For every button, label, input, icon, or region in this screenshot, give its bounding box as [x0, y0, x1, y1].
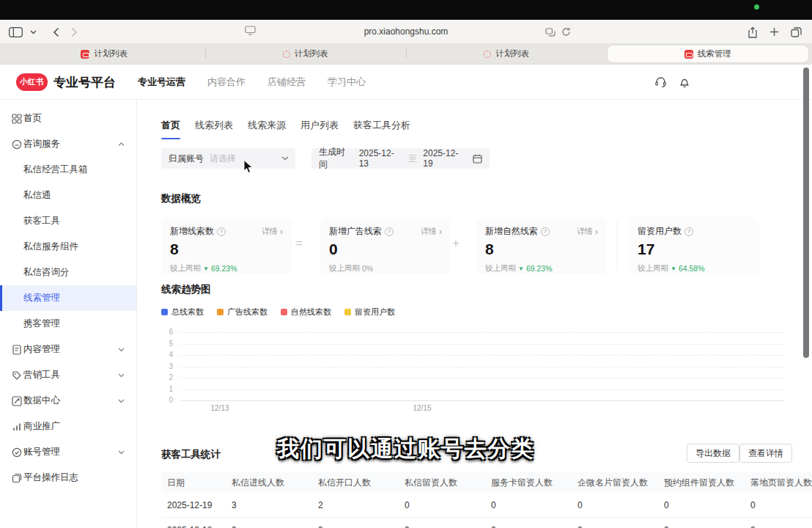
browser-toolbar: pro.xiaohongshu.com	[0, 20, 812, 44]
tab-user-list[interactable]: 用户列表	[300, 119, 339, 139]
y-tick: 4	[161, 351, 173, 359]
sidebar-item-dm-components[interactable]: 私信服务组件	[0, 234, 136, 260]
tab-label: 线索管理	[698, 48, 731, 59]
reload-icon[interactable]	[561, 27, 571, 37]
tab-home[interactable]: 首页	[161, 119, 180, 139]
table-row[interactable]: 2025-12-18 0 0 0 0 0 0 0	[161, 518, 812, 528]
grid-icon	[12, 113, 23, 124]
browser-tab-2[interactable]: 计划列表	[205, 45, 407, 62]
sidebar-item-dm-pass[interactable]: 私信通	[0, 183, 136, 208]
browser-tab-3[interactable]: 计划列表	[406, 45, 608, 62]
legend-total-leads[interactable]: 总线索数	[161, 307, 204, 318]
legend-retained-users[interactable]: 留资用户数	[344, 307, 395, 318]
log-layers-icon	[12, 472, 23, 483]
calendar-icon	[473, 154, 482, 164]
y-tick: 6	[161, 328, 173, 336]
product-title: 专业号平台	[53, 74, 116, 91]
detail-link[interactable]: 详情›	[577, 226, 598, 237]
sidebar-toggle-icon[interactable]	[9, 27, 23, 37]
chevron-right-icon: ›	[439, 227, 442, 237]
sidebar-item-home[interactable]: 首页	[0, 106, 136, 131]
chevron-right-icon: ›	[280, 227, 283, 237]
nav-content-coop[interactable]: 内容合作	[207, 76, 246, 89]
card-value: 8	[170, 241, 283, 258]
equals-operator: =	[295, 236, 303, 251]
help-icon[interactable]: ?	[385, 227, 394, 236]
tab-lead-list[interactable]: 线索列表	[195, 119, 233, 139]
chat-icon	[12, 139, 23, 150]
sidebar-item-lead-management[interactable]: 线索管理	[0, 285, 136, 311]
app-header: 小红书 专业号平台 专业号运营 内容合作 店铺经营 学习中心	[0, 65, 812, 100]
sidebar-item-customer-management[interactable]: 携客管理	[0, 311, 136, 337]
account-select[interactable]: 归属账号 请选择	[161, 148, 295, 169]
lead-tabs: 首页 线索列表 线索来源 用户列表 获客工具分析	[161, 119, 410, 139]
help-icon[interactable]: ?	[684, 227, 693, 236]
legend-swatch	[281, 309, 287, 315]
bar-chart-icon	[12, 421, 23, 432]
address-bar[interactable]: pro.xiaohongshu.com	[220, 20, 592, 44]
date-range-picker[interactable]: 生成时间 2025-12-13 至 2025-12-19	[311, 148, 490, 169]
tab-tool-analysis[interactable]: 获客工具分析	[353, 119, 410, 139]
xiaohongshu-favicon	[684, 50, 693, 59]
card-value: 8	[485, 241, 598, 258]
video-subtitle: 我们可以通过账号去分类	[0, 434, 812, 464]
filter-row: 归属账号 请选择 生成时间 2025-12-13 至 2025-12-19	[161, 148, 490, 169]
y-tick: 5	[161, 339, 173, 347]
trend-arrow-icon	[12, 395, 23, 406]
nav-operation[interactable]: 专业号运营	[138, 76, 185, 89]
forward-icon[interactable]	[71, 27, 78, 37]
y-tick: 3	[161, 362, 173, 370]
card-ad-leads: 新增广告线索? 详情› 0 较上周期0%	[320, 217, 451, 274]
new-tab-icon[interactable]	[769, 27, 779, 37]
tab-label: 计划列表	[495, 48, 529, 59]
copy-page-icon[interactable]	[545, 28, 556, 37]
mouse-cursor	[243, 160, 256, 174]
sidebar-group-data-center[interactable]: 数据中心	[0, 388, 136, 414]
customer-service-icon[interactable]	[654, 76, 667, 88]
tab-label: 计划列表	[295, 48, 328, 59]
lead-trend-chart: 总线索数 广告线索数 自然线索数 留资用户数 6 5 4 3 2 1 0	[161, 307, 791, 417]
plus-operator: +	[452, 236, 459, 251]
legend-ad-leads[interactable]: 广告线索数	[217, 307, 267, 318]
browser-tab-1[interactable]: 计划列表	[4, 45, 205, 62]
tab-lead-source[interactable]: 线索来源	[248, 119, 286, 139]
tab-overview-icon[interactable]	[791, 27, 802, 37]
detail-link[interactable]: 详情›	[262, 226, 283, 237]
scrollbar-thumb[interactable]	[803, 67, 809, 358]
loading-spinner-icon	[283, 51, 290, 58]
browser-tab-4-active[interactable]: 线索管理	[608, 45, 809, 62]
card-value: 17	[638, 241, 750, 258]
sidebar-group-consult[interactable]: 咨询服务	[0, 131, 136, 157]
legend-organic-leads[interactable]: 自然线索数	[281, 307, 331, 318]
chart-legend: 总线索数 广告线索数 自然线索数 留资用户数	[161, 307, 791, 318]
sidebar-item-dm-score[interactable]: 私信咨询分	[0, 260, 136, 285]
chevron-down-icon	[281, 156, 289, 161]
card-organic-leads: 新增自然线索? 详情› 8 较上周期▼69.23%	[476, 217, 607, 274]
share-icon[interactable]	[748, 26, 758, 38]
table-row[interactable]: 2025-12-19 3 2 0 0 0 0 0	[161, 493, 812, 518]
table-header-row: 日期 私信进线人数 私信开口人数 私信留资人数 服务卡留资人数 企微名片留资人数…	[161, 472, 812, 493]
sidebar-group-marketing[interactable]: 营销工具	[0, 362, 136, 388]
nav-learning[interactable]: 学习中心	[328, 76, 366, 89]
tools-table: 日期 私信进线人数 私信开口人数 私信留资人数 服务卡留资人数 企微名片留资人数…	[161, 472, 812, 528]
back-icon[interactable]	[53, 27, 59, 37]
help-icon[interactable]: ?	[541, 227, 550, 236]
sidebar-group-content[interactable]: 内容管理	[0, 337, 136, 362]
sidebar-item-lead-tools[interactable]: 获客工具	[0, 208, 136, 234]
xiaohongshu-logo[interactable]: 小红书	[16, 73, 48, 91]
card-new-leads: 新增线索数? 详情› 8 较上周期▼69.23%	[161, 217, 292, 274]
down-triangle-icon: ▼	[671, 265, 676, 272]
legend-swatch	[161, 309, 168, 315]
end-date: 2025-12-19	[423, 148, 467, 169]
detail-link[interactable]: 详情›	[421, 226, 442, 237]
y-tick: 0	[161, 396, 173, 404]
nav-shop[interactable]: 店铺经营	[267, 76, 306, 89]
sidebar-item-dm-toolbox[interactable]: 私信经营工具箱	[0, 157, 136, 183]
x-tick: 12/13	[203, 404, 237, 412]
chevron-down-icon[interactable]	[30, 30, 37, 34]
help-icon[interactable]: ?	[217, 227, 226, 236]
select-placeholder: 请选择	[210, 153, 236, 165]
sidebar-item-platform-log[interactable]: 平台操作日志	[0, 465, 136, 491]
notification-bell-icon[interactable]	[679, 76, 690, 88]
document-icon	[12, 344, 23, 355]
